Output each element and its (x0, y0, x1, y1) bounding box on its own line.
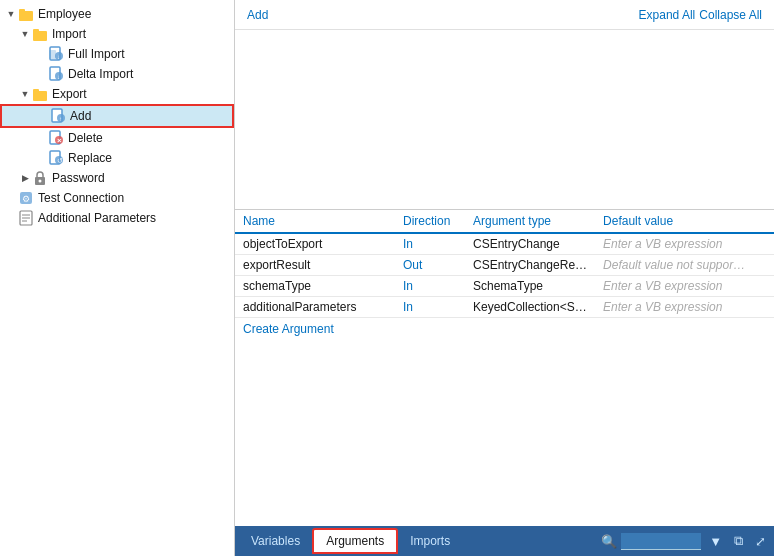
tab-imports[interactable]: Imports (398, 530, 462, 552)
sidebar-item-full-import[interactable]: ↓ Full Import (0, 44, 234, 64)
cell-name: schemaType (235, 276, 395, 297)
sidebar-item-export[interactable]: ▼ Export (0, 84, 234, 104)
tab-search-area: 🔍 ▼ ⧉ ⤢ (601, 531, 770, 551)
sidebar-label-employee: Employee (38, 7, 91, 21)
cell-name: exportResult (235, 255, 395, 276)
svg-text:↑: ↑ (59, 116, 62, 122)
sidebar-label-test-connection: Test Connection (38, 191, 124, 205)
cell-type: KeyedCollection<S… (465, 297, 595, 318)
sidebar-label-replace: Replace (68, 151, 112, 165)
arguments-table: Name Direction Argument type Default val… (235, 210, 774, 318)
create-argument-link[interactable]: Create Argument (235, 318, 774, 340)
dropdown-icon[interactable]: ▼ (705, 532, 726, 551)
col-header-name: Name (235, 210, 395, 233)
sidebar-item-delete[interactable]: × Delete (0, 128, 234, 148)
cell-name: objectToExport (235, 233, 395, 255)
expand-arrow-export: ▼ (18, 89, 32, 99)
sidebar-item-delta-import[interactable]: ↓ Delta Import (0, 64, 234, 84)
expand-arrow-employee: ▼ (4, 9, 18, 19)
import-icon (32, 26, 48, 42)
cell-direction: Out (395, 255, 465, 276)
col-header-type: Argument type (465, 210, 595, 233)
replace-icon: ↺ (48, 150, 64, 166)
cell-default[interactable]: Default value not suppor… (595, 255, 774, 276)
cell-default[interactable]: Enter a VB expression (595, 233, 774, 255)
sidebar-label-full-import: Full Import (68, 47, 125, 61)
bottom-tab-bar: Variables Arguments Imports 🔍 ▼ ⧉ ⤢ (235, 526, 774, 556)
sidebar-label-password: Password (52, 171, 105, 185)
svg-rect-3 (33, 29, 39, 33)
svg-rect-12 (33, 89, 39, 93)
add-link[interactable]: Add (247, 8, 268, 22)
expand-all-link[interactable]: Expand All (639, 8, 696, 22)
cell-type: SchemaType (465, 276, 595, 297)
svg-text:↓: ↓ (57, 54, 60, 60)
export-folder-icon (32, 86, 48, 102)
svg-text:×: × (57, 136, 62, 145)
cell-direction: In (395, 297, 465, 318)
table-row: schemaTypeInSchemaTypeEnter a VB express… (235, 276, 774, 297)
collapse-all-link[interactable]: Collapse All (699, 8, 762, 22)
tab-variables[interactable]: Variables (239, 530, 312, 552)
content-toolbar: Add Expand All Collapse All (235, 0, 774, 30)
folder-icon (18, 6, 34, 22)
sidebar-label-import: Import (52, 27, 86, 41)
cell-direction: In (395, 233, 465, 255)
svg-rect-1 (19, 9, 25, 13)
svg-text:⚙: ⚙ (22, 194, 30, 204)
sidebar-label-delete: Delete (68, 131, 103, 145)
sidebar-label-delta-import: Delta Import (68, 67, 133, 81)
search-icon: 🔍 (601, 534, 617, 549)
add-icon: ↑ (50, 108, 66, 124)
col-header-direction: Direction (395, 210, 465, 233)
sidebar: ▼ Employee ▼ Import ↓ Full Import (0, 0, 235, 556)
col-header-default: Default value (595, 210, 774, 233)
sidebar-item-replace[interactable]: ↺ Replace (0, 148, 234, 168)
password-icon (32, 170, 48, 186)
cell-default[interactable]: Enter a VB expression (595, 276, 774, 297)
table-row: additionalParametersInKeyedCollection<S…… (235, 297, 774, 318)
delete-icon: × (48, 130, 64, 146)
table-row: exportResultOutCSEntryChangeRe…Default v… (235, 255, 774, 276)
arguments-table-area: Name Direction Argument type Default val… (235, 210, 774, 526)
expand-arrow-import: ▼ (18, 29, 32, 39)
svg-rect-5 (49, 50, 56, 59)
sidebar-label-additional-params: Additional Parameters (38, 211, 156, 225)
cell-direction: In (395, 276, 465, 297)
content-scroll-area[interactable] (235, 30, 774, 210)
copy-icon[interactable]: ⧉ (730, 531, 747, 551)
sidebar-item-employee[interactable]: ▼ Employee (0, 4, 234, 24)
additional-params-icon (18, 210, 34, 226)
sidebar-item-import[interactable]: ▼ Import (0, 24, 234, 44)
table-row: objectToExportInCSEntryChangeEnter a VB … (235, 233, 774, 255)
sidebar-label-export: Export (52, 87, 87, 101)
cell-default[interactable]: Enter a VB expression (595, 297, 774, 318)
expand-collapse-group: Expand All Collapse All (639, 8, 762, 22)
main-area: Add Expand All Collapse All Name Directi… (235, 0, 774, 556)
svg-text:↺: ↺ (57, 157, 63, 164)
sidebar-item-add[interactable]: ↑ Add (0, 104, 234, 128)
svg-text:↓: ↓ (57, 74, 60, 80)
sidebar-label-add: Add (70, 109, 91, 123)
sidebar-item-test-connection[interactable]: ⚙ Test Connection (0, 188, 234, 208)
expand-icon[interactable]: ⤢ (751, 532, 770, 551)
cell-type: CSEntryChange (465, 233, 595, 255)
expand-arrow-password: ▶ (18, 173, 32, 183)
tab-arguments[interactable]: Arguments (312, 528, 398, 554)
sidebar-item-password[interactable]: ▶ Password (0, 168, 234, 188)
cell-type: CSEntryChangeRe… (465, 255, 595, 276)
svg-point-23 (39, 180, 42, 183)
test-connection-icon: ⚙ (18, 190, 34, 206)
cell-name: additionalParameters (235, 297, 395, 318)
delta-import-icon: ↓ (48, 66, 64, 82)
full-import-icon: ↓ (48, 46, 64, 62)
search-input[interactable] (621, 533, 701, 550)
sidebar-item-additional-parameters[interactable]: Additional Parameters (0, 208, 234, 228)
